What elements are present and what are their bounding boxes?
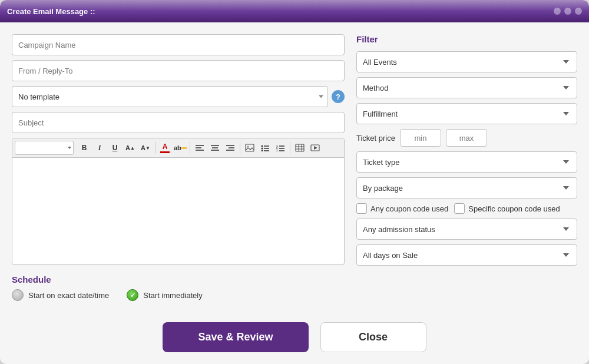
subscript-button[interactable]: A▼ (138, 141, 153, 155)
close-button[interactable]: Close (320, 322, 426, 352)
help-icon[interactable]: ? (332, 90, 345, 103)
save-review-button[interactable]: Save & Review (163, 322, 308, 352)
toolbar-separator-1 (155, 142, 155, 154)
font-select[interactable] (15, 141, 74, 155)
all-events-wrap: All Events (356, 51, 577, 72)
subject-input[interactable] (12, 112, 345, 133)
align-left-button[interactable] (193, 141, 207, 155)
from-reply-input[interactable] (12, 60, 345, 81)
ticket-type-wrap: Ticket type (356, 151, 577, 173)
highlight-button[interactable]: ab (173, 141, 187, 155)
toolbar-separator-2 (190, 142, 190, 154)
radio-exact-date[interactable] (12, 289, 24, 301)
window-title: Create Email Message :: (7, 7, 95, 16)
window-dot-1 (554, 8, 561, 15)
svg-point-10 (247, 146, 249, 148)
days-on-sale-select[interactable]: All days on Sale (356, 244, 577, 266)
font-color-button[interactable]: A (158, 141, 172, 155)
schedule-option-immediately: Start immediately (127, 289, 202, 301)
template-select[interactable]: No template (12, 86, 328, 107)
schedule-immediately-label: Start immediately (143, 291, 202, 300)
fulfillment-select[interactable]: Fulfillment (356, 103, 577, 124)
method-wrap: Method (356, 77, 577, 98)
radio-immediately[interactable] (127, 289, 138, 301)
any-coupon-checkbox[interactable] (356, 203, 367, 214)
superscript-button[interactable]: A▲ (123, 141, 137, 155)
schedule-options: Start on exact date/time Start immediate… (12, 289, 345, 301)
ticket-price-max-input[interactable] (446, 129, 487, 147)
editor-toolbar: B I U A▲ A▼ A ab (12, 138, 344, 158)
schedule-exact-label: Start on exact date/time (28, 291, 109, 300)
highlight-bar (181, 147, 187, 149)
svg-point-13 (262, 148, 263, 150)
bullet-list-button[interactable] (258, 141, 272, 155)
main-content: No template ? B (0, 22, 589, 313)
window-controls (554, 8, 582, 15)
number-list-button[interactable]: 1.2.3. (273, 141, 287, 155)
campaign-name-input[interactable] (12, 34, 345, 55)
align-right-button[interactable] (223, 141, 237, 155)
toolbar-separator-4 (290, 142, 290, 154)
ticket-price-label: Ticket price (356, 134, 395, 143)
ticket-price-min-input[interactable] (400, 129, 441, 147)
ticket-type-select[interactable]: Ticket type (356, 151, 577, 173)
by-package-wrap: By package (356, 177, 577, 198)
days-on-sale-wrap: All days on Sale (356, 244, 577, 266)
schedule-section: Schedule Start on exact date/time Start … (12, 274, 345, 301)
template-select-wrap: No template (12, 86, 328, 107)
font-select-wrap (15, 141, 74, 155)
all-events-select[interactable]: All Events (356, 51, 577, 72)
any-coupon-label: Any coupon code used (370, 204, 448, 213)
svg-rect-23 (296, 144, 304, 151)
email-body-editor[interactable] (12, 158, 344, 258)
template-row: No template ? (12, 86, 345, 107)
coupon-row: Any coupon code used Specific coupon cod… (356, 203, 577, 214)
by-package-select[interactable]: By package (356, 177, 577, 198)
media-button[interactable] (308, 141, 322, 155)
method-select[interactable]: Method (356, 77, 577, 98)
specific-coupon-wrap: Specific coupon code used (454, 203, 560, 214)
fulfillment-wrap: Fulfillment (356, 103, 577, 124)
schedule-option-exact: Start on exact date/time (12, 289, 109, 301)
admission-status-wrap: Any admission status (356, 219, 577, 240)
font-color-label: A (163, 143, 168, 151)
svg-point-11 (262, 145, 263, 147)
svg-marker-29 (314, 146, 317, 150)
bottom-buttons: Save & Review Close (0, 313, 589, 364)
left-panel: No template ? B (12, 34, 345, 301)
ticket-price-row: Ticket price (356, 129, 577, 147)
svg-point-15 (262, 150, 263, 152)
schedule-title: Schedule (12, 274, 345, 284)
window-dot-3 (575, 8, 582, 15)
editor-wrap: B I U A▲ A▼ A ab (12, 138, 345, 265)
underline-button[interactable]: U (108, 141, 122, 155)
toolbar-separator-3 (240, 142, 240, 154)
italic-button[interactable]: I (92, 141, 107, 155)
svg-rect-9 (246, 144, 254, 151)
filter-title: Filter (356, 34, 577, 44)
main-window: Create Email Message :: No template ? (0, 0, 589, 364)
right-panel: Filter All Events Method (356, 34, 577, 301)
svg-text:3.: 3. (276, 149, 278, 151)
align-center-button[interactable] (208, 141, 222, 155)
window-dot-2 (564, 8, 571, 15)
titlebar: Create Email Message :: (0, 0, 589, 22)
specific-coupon-checkbox[interactable] (454, 203, 465, 214)
any-coupon-wrap: Any coupon code used (356, 203, 448, 214)
bold-button[interactable]: B (77, 141, 91, 155)
specific-coupon-label: Specific coupon code used (468, 204, 560, 213)
table-button[interactable] (293, 141, 307, 155)
admission-status-select[interactable]: Any admission status (356, 219, 577, 240)
image-button[interactable] (243, 141, 257, 155)
font-color-bar (160, 151, 170, 153)
